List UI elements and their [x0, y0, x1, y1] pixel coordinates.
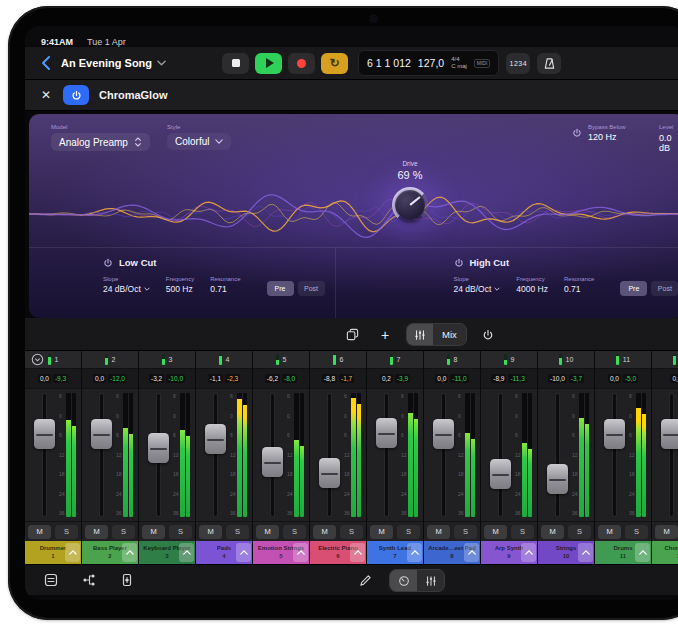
- stack-expand-button[interactable]: [407, 543, 422, 562]
- fader-handle[interactable]: [490, 459, 511, 489]
- solo-button[interactable]: S: [397, 525, 420, 539]
- close-plugin-button[interactable]: ✕: [39, 88, 53, 102]
- mute-button[interactable]: M: [199, 525, 222, 539]
- solo-button[interactable]: S: [568, 525, 591, 539]
- solo-button[interactable]: S: [55, 525, 78, 539]
- controls-view-button[interactable]: [390, 570, 417, 591]
- cycle-button[interactable]: ↻: [321, 53, 348, 74]
- mute-button[interactable]: M: [541, 525, 564, 539]
- track-name-tag[interactable]: Arp Synth 9: [481, 541, 537, 564]
- mute-button[interactable]: M: [655, 525, 678, 539]
- model-selector[interactable]: Model Analog Preamp: [51, 124, 150, 151]
- fader-handle[interactable]: [376, 418, 397, 448]
- track-name-tag[interactable]: Strings 10: [538, 541, 594, 564]
- fader-handle[interactable]: [205, 424, 226, 454]
- low-cut-frequency[interactable]: Frequency 500 Hz: [166, 276, 194, 294]
- style-selector[interactable]: Style Colorful: [167, 124, 231, 150]
- low-cut-pre-button[interactable]: Pre: [267, 281, 294, 296]
- mute-button[interactable]: M: [427, 525, 450, 539]
- mute-button[interactable]: M: [484, 525, 507, 539]
- fader-handle[interactable]: [661, 419, 678, 449]
- stack-expand-button[interactable]: [578, 543, 593, 562]
- solo-button[interactable]: S: [454, 525, 477, 539]
- mix-mode-control[interactable]: Mix: [406, 323, 467, 346]
- edit-button[interactable]: [353, 570, 377, 591]
- track-name-tag[interactable]: Chorus V... 12: [652, 541, 678, 564]
- bypass-below-control[interactable]: Bypass Below 120 Hz: [572, 124, 626, 142]
- track-name-tag[interactable]: Emotion Strings 5: [253, 541, 309, 564]
- high-cut-frequency[interactable]: Frequency 4000 Hz: [516, 276, 548, 294]
- stack-expand-button[interactable]: [65, 543, 80, 562]
- track-name-tag[interactable]: Drums 11: [595, 541, 651, 564]
- low-cut-slope[interactable]: Slope 24 dB/Oct: [103, 276, 150, 294]
- track-name-tag[interactable]: Bass Player 2: [82, 541, 138, 564]
- stack-expand-button[interactable]: [464, 543, 479, 562]
- drive-knob[interactable]: [392, 187, 428, 223]
- high-cut-post-button[interactable]: Post: [651, 281, 678, 296]
- track-name-tag[interactable]: Electric Piano 6: [310, 541, 366, 564]
- solo-button[interactable]: S: [511, 525, 534, 539]
- stack-expand-button[interactable]: [236, 543, 251, 562]
- solo-button[interactable]: S: [340, 525, 363, 539]
- record-button[interactable]: [288, 53, 315, 74]
- drive-control: Drive 69 %: [370, 160, 450, 223]
- low-cut-power-icon[interactable]: [103, 258, 113, 268]
- track-name-tag[interactable]: Synth Lead 7: [367, 541, 423, 564]
- count-in-button[interactable]: 1234: [506, 53, 530, 74]
- solo-button[interactable]: S: [226, 525, 249, 539]
- solo-button[interactable]: S: [169, 525, 192, 539]
- mute-button[interactable]: M: [28, 525, 51, 539]
- channel-strip-view-button[interactable]: [115, 570, 139, 591]
- fader-handle[interactable]: [547, 464, 568, 494]
- solo-button[interactable]: S: [283, 525, 306, 539]
- high-cut-power-icon[interactable]: [454, 258, 464, 268]
- play-button[interactable]: [255, 53, 282, 74]
- track-name-tag[interactable]: Pads 4: [196, 541, 252, 564]
- faders-view-button[interactable]: [417, 570, 444, 591]
- back-button[interactable]: [37, 53, 55, 73]
- sends-view-button[interactable]: [77, 570, 101, 591]
- meter-bridge-toggle[interactable]: [31, 353, 44, 366]
- fader-handle[interactable]: [433, 419, 454, 449]
- mute-button[interactable]: M: [85, 525, 108, 539]
- mute-button[interactable]: M: [370, 525, 393, 539]
- stack-expand-button[interactable]: [521, 543, 536, 562]
- add-track-button[interactable]: +: [373, 324, 397, 345]
- stack-expand-button[interactable]: [350, 543, 365, 562]
- mute-button[interactable]: M: [313, 525, 336, 539]
- fader-handle[interactable]: [604, 419, 625, 449]
- solo-button[interactable]: S: [112, 525, 135, 539]
- song-title-menu[interactable]: An Evening Song: [61, 57, 166, 69]
- stack-expand-button[interactable]: [122, 543, 137, 562]
- track-name-tag[interactable]: Drummer 1: [25, 541, 81, 564]
- track-name-tag[interactable]: Keyboard Player 3: [139, 541, 195, 564]
- stack-expand-button[interactable]: [293, 543, 308, 562]
- duplicate-button[interactable]: [340, 324, 364, 345]
- ipad-frame: 9:41AM Tue 1 Apr An Evening Song ↻ 6 1 1…: [8, 6, 678, 620]
- channel-number: 4: [226, 356, 230, 363]
- lcd-display[interactable]: 6 1 1 012 127,0 4/4 C maj MIDI: [358, 50, 499, 76]
- mute-button[interactable]: M: [256, 525, 279, 539]
- solo-button[interactable]: S: [625, 525, 648, 539]
- fader-handle[interactable]: [34, 419, 55, 449]
- low-cut-resonance[interactable]: Resonance 0.71: [210, 276, 240, 294]
- fader-handle[interactable]: [91, 419, 112, 449]
- high-cut-slope[interactable]: Slope 24 dB/Oct: [454, 276, 501, 294]
- low-cut-post-button[interactable]: Post: [298, 281, 325, 296]
- level-control[interactable]: Level 0.0 dB: [659, 124, 678, 153]
- mute-button[interactable]: M: [598, 525, 621, 539]
- mute-button[interactable]: M: [142, 525, 165, 539]
- high-cut-resonance[interactable]: Resonance 0.71: [564, 276, 594, 294]
- metronome-button[interactable]: [537, 53, 561, 74]
- high-cut-pre-button[interactable]: Pre: [620, 281, 647, 296]
- fader-handle[interactable]: [319, 458, 340, 488]
- mixer-power-button[interactable]: [476, 324, 500, 345]
- stack-expand-button[interactable]: [635, 543, 650, 562]
- display-options-button[interactable]: [39, 570, 63, 591]
- stop-button[interactable]: [222, 53, 249, 74]
- fader-handle[interactable]: [262, 447, 283, 477]
- plugin-power-button[interactable]: [63, 85, 89, 105]
- fader-handle[interactable]: [148, 433, 169, 463]
- track-name-tag[interactable]: Arcade…eet Pad 8: [424, 541, 480, 564]
- stack-expand-button[interactable]: [179, 543, 194, 562]
